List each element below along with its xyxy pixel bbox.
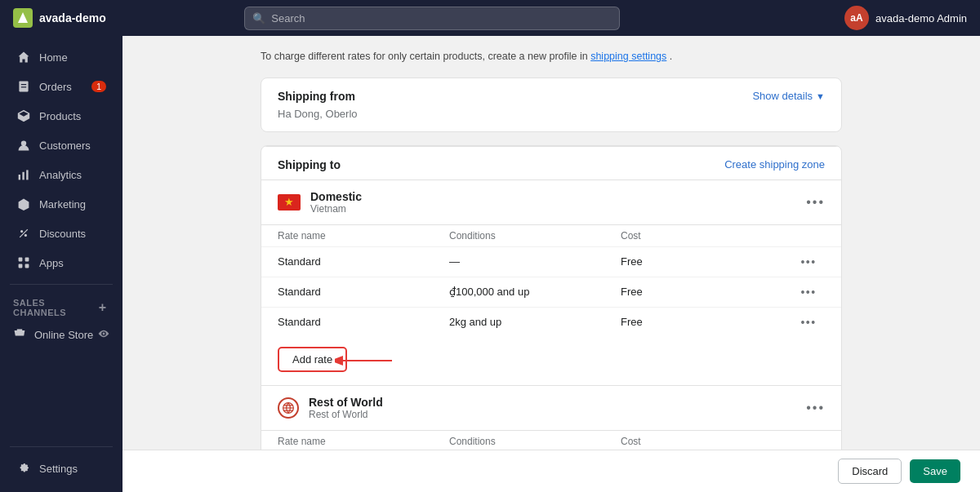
username-label: avada-demo Admin bbox=[875, 12, 967, 24]
app-logo[interactable]: avada-demo bbox=[13, 8, 127, 28]
topbar: avada-demo 🔍 aA avada-demo Admin bbox=[0, 0, 980, 36]
sidebar-item-online-store[interactable]: Online Store bbox=[0, 321, 122, 349]
shipping-to-header: Shipping to Create shipping zone bbox=[261, 146, 841, 180]
sidebar-label-marketing: Marketing bbox=[39, 198, 86, 211]
zone-domestic: ★ Domestic Vietnam ••• Rate name Conditi… bbox=[261, 180, 841, 385]
zone-row-menu-button[interactable]: ••• bbox=[806, 401, 825, 415]
sidebar-label-orders: Orders bbox=[39, 81, 72, 93]
domestic-add-rate-area: Add rate bbox=[261, 337, 841, 385]
topbar-right: aA avada-demo Admin bbox=[844, 6, 967, 30]
col-conditions-2: Conditions bbox=[449, 436, 621, 447]
col-conditions-1: Conditions bbox=[449, 230, 621, 242]
sidebar-item-discounts[interactable]: Discounts bbox=[3, 219, 119, 247]
save-button[interactable]: Save bbox=[910, 459, 960, 483]
domestic-rate-table-header: Rate name Conditions Cost bbox=[261, 224, 841, 246]
sidebar-item-home[interactable]: Home bbox=[3, 43, 119, 71]
sidebar-label-discounts: Discounts bbox=[39, 228, 86, 240]
home-icon bbox=[16, 50, 31, 64]
products-icon bbox=[16, 109, 31, 123]
rate-d2-menu-button[interactable]: ••• bbox=[792, 286, 825, 299]
discard-button[interactable]: Discard bbox=[838, 459, 902, 484]
row-rate-table-header: Rate name Conditions Cost bbox=[261, 430, 841, 452]
online-store-icon bbox=[13, 327, 26, 343]
discounts-icon bbox=[16, 226, 31, 241]
search-input[interactable] bbox=[244, 7, 620, 30]
zone-row-header: Rest of World Rest of World ••• bbox=[261, 386, 841, 430]
rate-cond-d2: ₫100,000 and up bbox=[449, 286, 621, 298]
sidebar-divider bbox=[10, 284, 113, 285]
col-cost-1: Cost bbox=[621, 230, 792, 242]
zone-row-name: Rest of World bbox=[309, 396, 796, 409]
sidebar-item-orders[interactable]: Orders 1 bbox=[3, 73, 119, 100]
zone-domestic-header: ★ Domestic Vietnam ••• bbox=[261, 180, 841, 224]
shipping-to-title: Shipping to bbox=[278, 158, 341, 171]
col-rate-name-1: Rate name bbox=[278, 230, 449, 242]
svg-rect-5 bbox=[22, 172, 24, 180]
vietnam-flag: ★ bbox=[278, 194, 301, 211]
rate-cost-d3: Free bbox=[621, 316, 792, 328]
svg-rect-10 bbox=[19, 258, 23, 262]
sidebar-label-products: Products bbox=[39, 110, 81, 122]
chevron-down-icon: ▼ bbox=[816, 91, 825, 101]
svg-rect-4 bbox=[19, 175, 20, 180]
analytics-icon bbox=[16, 167, 31, 182]
rate-d3-menu-button[interactable]: ••• bbox=[792, 316, 825, 329]
sidebar-item-customers[interactable]: Customers bbox=[3, 131, 119, 159]
sales-channels-section: SALES CHANNELS + bbox=[0, 291, 122, 321]
rate-cond-d1: — bbox=[449, 255, 621, 268]
zone-domestic-info: Domestic Vietnam bbox=[310, 190, 796, 215]
orders-icon bbox=[16, 79, 31, 94]
notice-text: To charge different rates for only certa… bbox=[261, 51, 588, 62]
show-details-button[interactable]: Show details ▼ bbox=[752, 90, 825, 102]
col-rate-name-2: Rate name bbox=[278, 436, 449, 447]
apps-icon bbox=[16, 255, 31, 270]
col-cost-2: Cost bbox=[621, 436, 792, 447]
rate-name-d2: Standard bbox=[278, 286, 449, 298]
sidebar-label-customers: Customers bbox=[39, 140, 91, 152]
svg-rect-12 bbox=[19, 264, 23, 268]
bottom-bar: Discard Save bbox=[122, 450, 980, 492]
shipping-settings-link[interactable]: shipping settings bbox=[590, 51, 666, 62]
svg-point-7 bbox=[20, 230, 23, 233]
notice-bar: To charge different rates for only certa… bbox=[261, 49, 842, 64]
zone-domestic-menu-button[interactable]: ••• bbox=[806, 195, 825, 210]
create-shipping-zone-button[interactable]: Create shipping zone bbox=[724, 158, 825, 171]
sidebar-item-products[interactable]: Products bbox=[3, 102, 119, 130]
rate-d1-menu-button[interactable]: ••• bbox=[792, 255, 825, 268]
sidebar-label-settings: Settings bbox=[39, 463, 78, 475]
shipping-from-card: Shipping from Show details ▼ Ha Dong, Ob… bbox=[261, 78, 842, 132]
sidebar-label-apps: Apps bbox=[39, 257, 64, 269]
rate-cost-d1: Free bbox=[621, 255, 792, 268]
app-title: avada-demo bbox=[39, 11, 106, 24]
sidebar-item-apps[interactable]: Apps bbox=[3, 249, 119, 277]
customers-icon bbox=[16, 138, 31, 153]
add-sales-channel-button[interactable]: + bbox=[96, 300, 109, 315]
zone-domestic-sub: Vietnam bbox=[310, 203, 796, 215]
main-content: To charge different rates for only certa… bbox=[122, 36, 980, 492]
search-icon: 🔍 bbox=[252, 12, 265, 24]
shipping-from-title: Shipping from bbox=[278, 90, 355, 103]
settings-icon bbox=[16, 461, 31, 476]
avatar[interactable]: aA bbox=[844, 6, 869, 30]
sidebar-divider-bottom bbox=[10, 446, 113, 447]
main-inner: To charge different rates for only certa… bbox=[241, 36, 862, 492]
sidebar-item-settings[interactable]: Settings bbox=[3, 454, 119, 482]
sales-channels-label: SALES CHANNELS bbox=[13, 298, 96, 317]
sidebar-label-analytics: Analytics bbox=[39, 169, 82, 181]
svg-rect-13 bbox=[25, 264, 29, 268]
flag-star: ★ bbox=[284, 197, 294, 207]
marketing-icon bbox=[16, 197, 31, 211]
shipping-from-location: Ha Dong, Oberlo bbox=[261, 108, 841, 131]
rate-name-d3: Standard bbox=[278, 316, 449, 328]
world-globe-icon bbox=[278, 397, 299, 419]
domestic-arrow-annotation bbox=[335, 344, 400, 377]
zone-domestic-name: Domestic bbox=[310, 190, 796, 203]
layout: Home Orders 1 Products Customers Analy bbox=[0, 36, 980, 492]
sidebar: Home Orders 1 Products Customers Analy bbox=[0, 36, 122, 492]
online-store-visibility-button[interactable] bbox=[98, 328, 109, 342]
sidebar-label-home: Home bbox=[39, 51, 68, 64]
sidebar-item-marketing[interactable]: Marketing bbox=[3, 190, 119, 218]
sidebar-item-analytics[interactable]: Analytics bbox=[3, 161, 119, 188]
domestic-rate-row-3: Standard 2kg and up Free ••• bbox=[261, 307, 841, 337]
svg-rect-11 bbox=[25, 258, 29, 262]
